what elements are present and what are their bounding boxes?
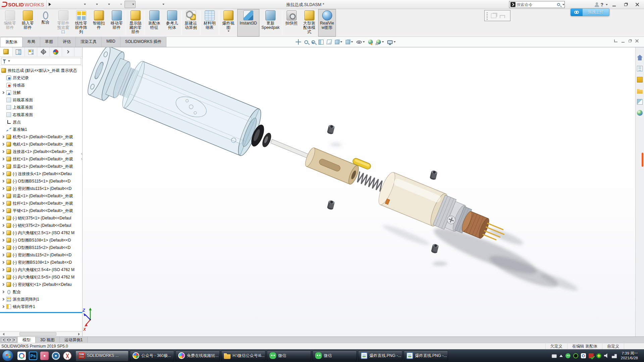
ribbon-button[interactable]: RealView图形 — [318, 9, 336, 37]
help-icon[interactable]: ? — [600, 2, 603, 7]
expand-arrow-icon[interactable] — [2, 180, 4, 183]
minimize-document-icon[interactable] — [622, 42, 625, 43]
tree-item[interactable]: 后盖<1> (Default<<Default>_外观 — [0, 163, 82, 170]
tree-item[interactable]: (-) 密封圈BS108<1> (Default<<D — [0, 259, 82, 266]
expand-arrow-icon[interactable] — [2, 276, 4, 278]
tree-item[interactable]: 平键<1> (Default<<Default>_外观 — [0, 207, 82, 214]
ribbon-button[interactable]: 爆炸视图 — [219, 9, 237, 37]
view-settings-icon[interactable] — [386, 38, 397, 46]
start-button[interactable] — [2, 350, 13, 361]
view-palette-icon[interactable] — [637, 99, 643, 105]
document-tab[interactable]: 3D 视图 — [36, 337, 60, 343]
ghost-step-profile-icon[interactable] — [500, 15, 505, 18]
display-style-icon[interactable] — [345, 38, 354, 46]
dropdown-arrow-icon[interactable] — [84, 4, 86, 6]
tree-item[interactable]: (-) 连接接头<1> (Default<<Defau — [0, 170, 82, 177]
expand-arrow-icon[interactable] — [2, 224, 4, 227]
dropdown-arrow-icon[interactable] — [340, 41, 342, 44]
tree-item[interactable]: 基准轴1 — [0, 126, 82, 133]
tree-item[interactable]: (-) 密封圈stu115<2> (Default<<D — [0, 251, 82, 259]
tree-item[interactable]: 机壳<1> (Default<<Default>_外观 — [0, 133, 82, 141]
scroll-track[interactable] — [5, 331, 77, 337]
zoom-to-fit-icon[interactable] — [295, 38, 302, 46]
baidu-netdisk-tray-icon[interactable] — [581, 353, 586, 358]
dropdown-arrow-icon[interactable] — [96, 4, 98, 6]
expand-arrow-icon[interactable] — [2, 298, 4, 301]
command-tab[interactable]: 评估 — [58, 37, 76, 47]
tree-item[interactable]: (-) 内六角螺钉2.5<4> (ISO 4762 M — [0, 266, 82, 273]
expand-arrow-icon[interactable] — [2, 217, 4, 219]
expand-arrow-icon[interactable] — [2, 261, 4, 264]
tree-horizontal-scrollbar[interactable] — [0, 331, 82, 337]
expand-arrow-icon[interactable] — [2, 291, 4, 293]
ribbon-button[interactable]: 大型装配体模式 — [300, 9, 318, 37]
volume-icon[interactable] — [604, 353, 609, 358]
command-tab[interactable]: 草图 — [40, 37, 58, 47]
screenshot-tool-icon[interactable] — [63, 352, 71, 360]
home-icon[interactable] — [58, 1, 66, 8]
dropdown-arrow-icon[interactable] — [394, 41, 396, 44]
expand-arrow-icon[interactable] — [2, 91, 4, 94]
ghost-component-boxes-icon[interactable] — [491, 13, 496, 18]
ribbon-button[interactable]: 更新Speedpak — [259, 9, 282, 37]
tree-item[interactable]: (-) 密封螺钉<1> (Default<<Defau — [0, 281, 82, 288]
task-button[interactable]: 爆炸直线.PNG -... — [404, 351, 448, 361]
tree-item[interactable]: (-) O型圈BS115<1> (Default<<D — [0, 177, 82, 185]
rollback-bar[interactable] — [0, 312, 82, 313]
rebuild-icon[interactable] — [137, 1, 145, 8]
expand-arrow-icon[interactable] — [2, 165, 4, 168]
expand-arrow-icon[interactable] — [2, 254, 4, 256]
ribbon-button[interactable]: 材料明细表 — [201, 9, 218, 37]
network-icon[interactable] — [612, 353, 617, 358]
next-tab-button[interactable] — [9, 338, 13, 342]
ribbon-button[interactable]: 智能扣件 — [90, 9, 108, 37]
tree-item[interactable]: 电机<1> (Default<<Default>_外观 — [0, 141, 82, 148]
ribbon-button[interactable]: 零部件预览窗口 — [54, 9, 72, 37]
tree-item[interactable]: 注解 — [0, 89, 82, 96]
ribbon-button[interactable]: 拍快照 — [283, 9, 300, 37]
tree-item[interactable]: 右视基准面 — [0, 111, 82, 118]
exploded-assembly-model[interactable]: Z X — [83, 47, 635, 337]
search-icon[interactable] — [557, 3, 560, 6]
dropdown-arrow-icon[interactable] — [162, 4, 164, 6]
document-tab[interactable]: 运动算例1 — [60, 337, 88, 343]
expand-arrow-icon[interactable] — [2, 195, 4, 197]
tree-item[interactable]: (-) 销钉375<1> (Default<<Defaul — [0, 214, 82, 222]
solidworks-resources-icon[interactable] — [637, 66, 643, 71]
expand-arrow-icon[interactable] — [2, 150, 4, 153]
expand-arrow-icon[interactable] — [2, 209, 4, 212]
ribbon-button[interactable]: 编辑零部件 — [1, 9, 19, 37]
task-button[interactable]: 微信 — [267, 351, 311, 361]
expand-arrow-icon[interactable] — [2, 187, 4, 190]
expand-arrow-icon[interactable] — [2, 239, 4, 242]
design-library-icon[interactable] — [637, 77, 643, 83]
expand-arrow-icon[interactable] — [2, 202, 4, 205]
home-icon[interactable] — [637, 55, 643, 60]
tree-item[interactable]: (-) O型圈BS115<2> (Default<<D — [0, 244, 82, 251]
netdisk-upload-badge[interactable]: 拖拽上传 — [571, 8, 609, 16]
dynamic-annotation-views-icon[interactable] — [326, 38, 333, 46]
tree-item[interactable]: 拉杆<1> (Default<<Default>_外观 — [0, 200, 82, 207]
socket-screw-part[interactable] — [327, 124, 335, 135]
expand-arrow-icon[interactable] — [2, 172, 4, 175]
tree-item[interactable]: 配合 — [0, 288, 82, 296]
push-rod-part[interactable] — [270, 139, 310, 159]
tree-item[interactable]: 丝杠<1> (Default<<Default>_外观 — [0, 155, 82, 163]
tree-item[interactable]: 派生圆周阵列1 — [0, 296, 82, 303]
last-tab-button[interactable] — [13, 338, 17, 342]
tree-filter-input[interactable] — [1, 58, 81, 65]
close-button[interactable] — [632, 1, 642, 8]
socket-screw-part[interactable] — [430, 170, 438, 180]
filter-dropdown-icon[interactable] — [8, 60, 10, 63]
upload-badge-label[interactable]: 拖拽上传 — [583, 8, 609, 16]
task-button[interactable]: SW2019 SOLIDWORKS ... — [76, 351, 129, 361]
expand-arrow-icon[interactable] — [2, 283, 4, 286]
tree-item[interactable]: 原点 — [0, 118, 82, 126]
section-view-icon[interactable] — [317, 38, 325, 46]
expand-arrow-icon[interactable] — [2, 158, 4, 160]
file-explorer-icon[interactable] — [637, 88, 643, 94]
screen-recorder-tray-icon[interactable] — [573, 353, 578, 358]
first-tab-button[interactable] — [1, 338, 5, 342]
tree-item[interactable]: 前视基准面 — [0, 96, 82, 104]
taskbar-clock[interactable]: 7:39 周一 2021/6/28 — [620, 351, 641, 360]
